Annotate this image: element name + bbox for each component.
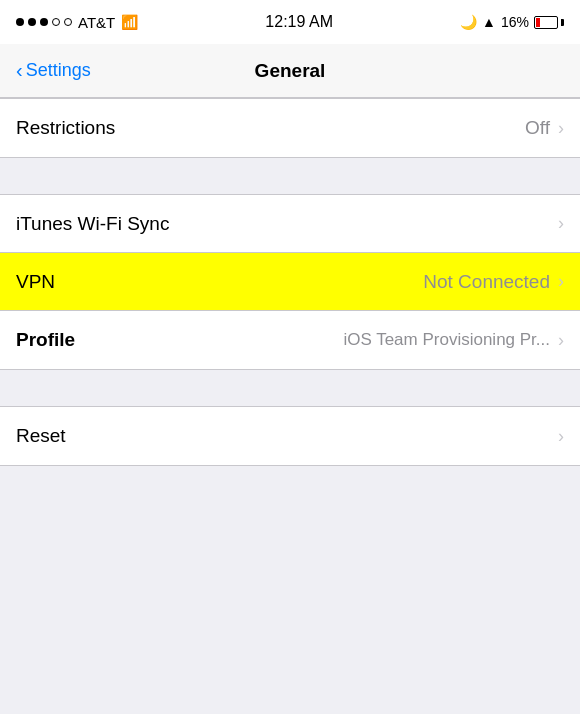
itunes-section: iTunes Wi-Fi Sync › VPN Not Connected › …: [0, 194, 580, 370]
itunes-row[interactable]: iTunes Wi-Fi Sync ›: [0, 195, 580, 253]
nav-title: General: [255, 60, 326, 82]
vpn-chevron-icon: ›: [558, 271, 564, 292]
vpn-value: Not Connected: [423, 271, 550, 293]
status-bar: AT&T 📶 12:19 AM 🌙 ▲ 16%: [0, 0, 580, 44]
nav-bar: ‹ Settings General: [0, 44, 580, 98]
reset-label: Reset: [16, 425, 558, 447]
profile-label: Profile: [16, 329, 331, 351]
battery-fill: [536, 18, 540, 27]
battery-percent: 16%: [501, 14, 529, 30]
dot-4: [52, 18, 60, 26]
battery-icon: [534, 16, 564, 29]
spacer-1: [0, 158, 580, 194]
location-icon: ▲: [482, 14, 496, 30]
battery-tip: [561, 19, 564, 26]
restrictions-row[interactable]: Restrictions Off ›: [0, 99, 580, 157]
back-button[interactable]: ‹ Settings: [8, 52, 99, 89]
itunes-label: iTunes Wi-Fi Sync: [16, 213, 558, 235]
vpn-row[interactable]: VPN Not Connected ›: [0, 253, 580, 311]
wifi-icon: 📶: [121, 14, 138, 30]
vpn-label: VPN: [16, 271, 423, 293]
profile-chevron-icon: ›: [558, 330, 564, 351]
dot-3: [40, 18, 48, 26]
itunes-chevron-icon: ›: [558, 213, 564, 234]
restrictions-label: Restrictions: [16, 117, 525, 139]
status-time: 12:19 AM: [265, 13, 333, 31]
status-right: 🌙 ▲ 16%: [460, 14, 564, 30]
restrictions-section: Restrictions Off ›: [0, 98, 580, 158]
content: Restrictions Off › iTunes Wi-Fi Sync › V…: [0, 98, 580, 466]
back-label: Settings: [26, 60, 91, 81]
restrictions-value: Off: [525, 117, 550, 139]
dot-1: [16, 18, 24, 26]
moon-icon: 🌙: [460, 14, 477, 30]
profile-value: iOS Team Provisioning Pr...: [343, 330, 550, 350]
restrictions-chevron-icon: ›: [558, 118, 564, 139]
battery-body: [534, 16, 558, 29]
reset-section: Reset ›: [0, 406, 580, 466]
dot-5: [64, 18, 72, 26]
spacer-2: [0, 370, 580, 406]
dot-2: [28, 18, 36, 26]
reset-chevron-icon: ›: [558, 426, 564, 447]
status-left: AT&T 📶: [16, 14, 138, 31]
signal-dots: [16, 18, 72, 26]
back-chevron-icon: ‹: [16, 60, 23, 80]
carrier-label: AT&T: [78, 14, 115, 31]
profile-row[interactable]: Profile iOS Team Provisioning Pr... ›: [0, 311, 580, 369]
reset-row[interactable]: Reset ›: [0, 407, 580, 465]
